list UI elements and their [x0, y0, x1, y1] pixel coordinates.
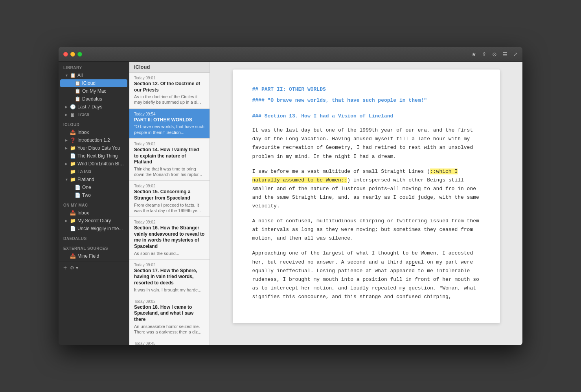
library-section-header: LIBRARY [59, 62, 129, 71]
note-title: Section 17. How the Sphere, having in va… [134, 268, 205, 286]
note-paragraph: It was the last day but one of the 1999t… [252, 126, 480, 161]
note-item[interactable]: Today 09:02 Section 18. How I came to Sp… [129, 296, 210, 338]
star-icon[interactable]: ★ [471, 51, 476, 57]
note-item[interactable]: Today 09:02 Section 14. How I vainly tri… [129, 139, 210, 181]
note-item[interactable]: Today 09:02 Section 15. Concerning a Str… [129, 181, 210, 217]
expand-icon[interactable]: ⤢ [513, 51, 518, 57]
arrow-icon: ▶ [65, 162, 68, 166]
folder-icon: 📁 [70, 145, 75, 151]
titlebar: ★ ⇪ ⊙ ☰ ⤢ [59, 47, 522, 62]
sidebar-item-uncle[interactable]: 📄 Uncle Wiggily in the... [60, 225, 127, 233]
note-paper[interactable]: ## PART II: OTHER WORLDS #### "O brave n… [233, 70, 500, 323]
note-date: Today 09:54 [134, 112, 205, 116]
arrow-icon: ▶ [65, 113, 68, 117]
note-preview: An unspeakable horror seized me. There w… [134, 324, 205, 335]
sidebar-item-icloud[interactable]: 📋 iCloud [60, 79, 127, 87]
sidebar-item-flatland[interactable]: ▼ 📁 Flatland [60, 176, 127, 183]
sidebar-item-next-big[interactable]: 📄 The Next Big Thing [60, 152, 127, 160]
sidebar-item-wrld[interactable]: ▶ 📁 Wrld D0m1n4tion Blog [60, 160, 127, 168]
sidebar-item-last7days[interactable]: ▶ 🕐 Last 7 Days [60, 103, 127, 111]
sidebar: LIBRARY ▼ 📋 All 📋 iCloud 📋 On My Mac 📋 D… [59, 62, 129, 345]
sidebar-item-on-my-mac[interactable]: 📋 On My Mac [60, 87, 127, 95]
sidebar-item-two[interactable]: 📄 Two [60, 191, 127, 199]
sidebar-item-label: Inbox [77, 130, 124, 135]
external-section-header: EXTERNAL SOURCES [59, 242, 129, 252]
icloud-section-header: ICLOUD [59, 119, 129, 128]
highlight-yellow: ::which I naturally assumed to be Women:… [252, 169, 458, 183]
folder-icon: 📁 [70, 218, 75, 223]
sidebar-item-label: Introduction 1.2 [77, 137, 124, 143]
share-icon[interactable]: ⇪ [482, 51, 487, 57]
note-title: Section 15. Concerning a Stranger from S… [134, 189, 205, 201]
folder-icon: 📁 [70, 161, 75, 167]
note-preview: From dreams I proceed to facts. It was t… [134, 202, 205, 214]
sidebar-item-label: One [82, 185, 124, 190]
sidebar-item-daedalus[interactable]: 📋 Daedalus [60, 95, 127, 103]
folder-icon: ❓ [70, 137, 75, 143]
list-icon[interactable]: ☰ [502, 51, 507, 57]
note-title: PART II: OTHER WORLDS [134, 117, 205, 123]
note-date: Today 09:45 [134, 341, 205, 345]
onmymac-section-header: ON MY MAC [59, 199, 129, 209]
traffic-lights [63, 52, 82, 57]
arrow-icon: ▶ [65, 138, 68, 142]
sidebar-footer: + ⚙ ▾ [59, 262, 129, 274]
note-preview: "O brave new worlds, that have such peop… [134, 124, 205, 135]
inbox-icon: 📥 [70, 130, 75, 135]
arrow-icon: ▶ [65, 219, 68, 223]
close-button[interactable] [63, 52, 68, 57]
note-paragraph: Approaching one of the largest of what I… [252, 249, 480, 301]
sidebar-item-icloud-inbox[interactable]: 📥 Inbox [60, 128, 127, 136]
info-icon[interactable]: ⊙ [492, 51, 497, 57]
sidebar-item-label: Wrld D0m1n4tion Blog [77, 161, 124, 167]
sidebar-item-label: My Secret Diary [77, 218, 124, 223]
note-item[interactable]: Today 09:01 Section 12. Of the Doctrine … [129, 73, 210, 109]
minimize-button[interactable] [70, 52, 75, 57]
sidebar-item-label: Inbox [77, 210, 124, 216]
sidebar-item-label: Your Disco Eats You [77, 145, 124, 151]
note-item[interactable]: Today 09:45 Section 19. How, though the … [129, 338, 210, 345]
note-date: Today 09:02 [134, 299, 205, 304]
settings-button[interactable]: ⚙ ▾ [70, 265, 78, 271]
sidebar-item-label: iCloud [82, 81, 124, 86]
note-preview: It was in vain. I brought my harde... [134, 287, 205, 293]
sidebar-item-mac-inbox[interactable]: 📥 Inbox [60, 209, 127, 217]
trash-icon: 🗑 [70, 112, 75, 117]
sidebar-item-label: Last 7 Days [77, 104, 124, 110]
sidebar-item-label: The Next Big Thing [77, 153, 124, 159]
arrow-icon: ▼ [65, 73, 68, 77]
sidebar-item-one[interactable]: 📄 One [60, 183, 127, 191]
sidebar-item-trash[interactable]: ▶ 🗑 Trash [60, 111, 127, 119]
sidebar-item-all[interactable]: ▼ 📋 All [60, 71, 127, 79]
note-preview: As soon as the sound... [134, 251, 205, 256]
note-date: Today 09:01 [134, 76, 205, 80]
onmymac-icon: 📋 [75, 88, 80, 94]
inbox-icon: 📥 [70, 210, 75, 216]
note-preview: As to the doctrine of the Circles it may… [134, 94, 205, 105]
note-item[interactable]: Today 09:54 PART II: OTHER WORLDS "O bra… [129, 109, 210, 139]
sidebar-item-la-isla[interactable]: 📁 La Isla [60, 168, 127, 176]
add-button[interactable]: + [63, 264, 67, 271]
app-body: LIBRARY ▼ 📋 All 📋 iCloud 📋 On My Mac 📋 D… [59, 62, 522, 345]
note-list: iCloud Today 09:01 Section 12. Of the Do… [129, 62, 210, 345]
note-item[interactable]: Today 09:02 Section 17. How the Sphere, … [129, 260, 210, 296]
note-title: Section 16. How the Stranger vainly ende… [134, 225, 205, 249]
toolbar-icons: ★ ⇪ ⊙ ☰ ⤢ [471, 51, 518, 57]
maximize-button[interactable] [77, 52, 82, 57]
inbox-icon: 📥 [70, 253, 75, 259]
note-icon: 📄 [70, 153, 75, 159]
sidebar-item-label: On My Mac [82, 88, 124, 94]
note-icon: 📄 [75, 185, 80, 190]
sidebar-item-label: La Isla [77, 169, 124, 174]
note-heading-h4: #### "O brave new worlds, that have such… [252, 96, 480, 105]
arrow-icon: ▼ [65, 178, 68, 181]
note-item[interactable]: Today 09:02 Section 16. How the Stranger… [129, 217, 210, 260]
sidebar-item-mine-field[interactable]: 📥 Mine Field [60, 252, 127, 260]
sidebar-item-introduction[interactable]: ▶ ❓ Introduction 1.2 [60, 136, 127, 144]
sidebar-item-your-disco[interactable]: ▶ 📁 Your Disco Eats You [60, 144, 127, 152]
sidebar-item-secret-diary[interactable]: ▶ 📁 My Secret Diary [60, 217, 127, 225]
note-paragraph: A noise of confused, multitudinous chirp… [252, 217, 480, 243]
sidebar-item-label: All [77, 73, 124, 78]
all-icon: 📋 [70, 73, 75, 78]
sidebar-item-label: Daedalus [82, 96, 124, 102]
